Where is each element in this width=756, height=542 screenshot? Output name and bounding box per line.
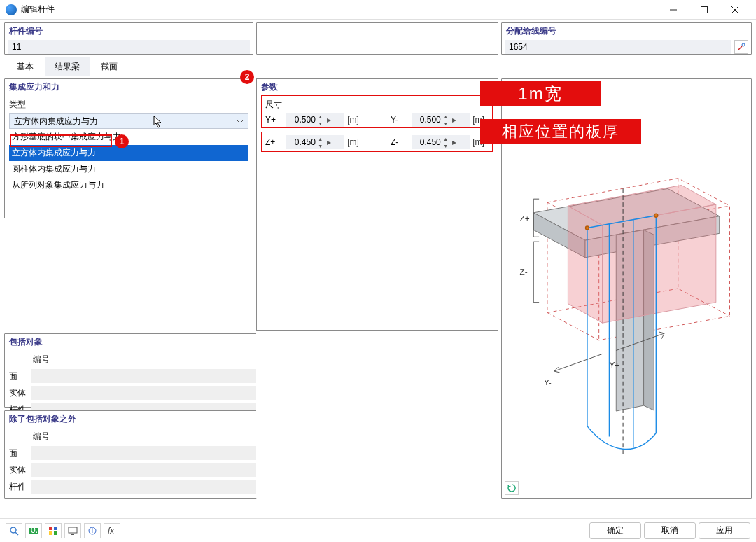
svg-rect-1 bbox=[701, 6, 708, 13]
number-spinner[interactable]: ▲▼ ▸ bbox=[286, 113, 344, 127]
svg-text:Y+: Y+ bbox=[609, 360, 620, 370]
list-item[interactable]: 圆柱体内集成应力与力 bbox=[9, 161, 248, 177]
pick-value-icon[interactable]: ▸ bbox=[324, 115, 334, 125]
param-label: Z+ bbox=[265, 137, 284, 147]
tool-display-button[interactable] bbox=[64, 523, 81, 538]
param-block-size: 尺寸 Y+ ▲▼ ▸ [m] Y- ▲▼ ▸ [m] bbox=[261, 95, 493, 128]
middle-top-panel bbox=[256, 22, 498, 55]
minimize-button[interactable] bbox=[658, 0, 689, 20]
cancel-button[interactable]: 取消 bbox=[644, 522, 696, 539]
svg-point-38 bbox=[10, 527, 16, 533]
parameters-panel: 参数 尺寸 Y+ ▲▼ ▸ [m] Y- ▲▼ ▸ [m] Z+ ▲▼ ▸ [m… bbox=[256, 78, 498, 499]
spinner-input[interactable] bbox=[286, 137, 317, 148]
annotation-badge-1: 1 bbox=[115, 134, 129, 148]
number-spinner[interactable]: ▲▼ ▸ bbox=[412, 135, 470, 149]
close-button[interactable] bbox=[720, 0, 750, 20]
parameters-header: 参数 bbox=[257, 79, 498, 93]
pick-line-button[interactable] bbox=[734, 40, 748, 54]
tool-info-button[interactable]: i bbox=[84, 523, 101, 538]
svg-text:Y-: Y- bbox=[544, 377, 552, 387]
type-label: 类型 bbox=[5, 96, 253, 112]
svg-text:0.00: 0.00 bbox=[31, 526, 38, 535]
spin-down-icon[interactable]: ▼ bbox=[317, 142, 324, 149]
param-label: Z- bbox=[391, 137, 409, 147]
tab-section[interactable]: 截面 bbox=[91, 57, 127, 76]
spin-down-icon[interactable]: ▼ bbox=[317, 120, 324, 127]
type-dropdown[interactable]: 立方体内集成应力与力 bbox=[9, 113, 248, 129]
spin-up-icon[interactable]: ▲ bbox=[442, 113, 449, 120]
annotation-1m-width: 1m宽 bbox=[480, 81, 601, 106]
svg-rect-43 bbox=[54, 527, 57, 530]
type-options-list: 方形基底的块中集成应力与力 立方体内集成应力与力 圆柱体内集成应力与力 从所列对… bbox=[9, 129, 248, 193]
tool-colors-button[interactable] bbox=[45, 523, 62, 538]
integrate-panel: 集成应力和力 类型 立方体内集成应力与力 方形基底的块中集成应力与力 立方体内集… bbox=[4, 78, 253, 218]
annotation-thickness: 相应位置的板厚 bbox=[480, 119, 641, 144]
tool-fx-button[interactable]: fx bbox=[104, 523, 120, 538]
param-block-z: Z+ ▲▼ ▸ [m] Z- ▲▼ ▸ [m] bbox=[261, 132, 493, 152]
number-spinner[interactable]: ▲▼ ▸ bbox=[286, 135, 344, 149]
spinner-input[interactable] bbox=[412, 137, 442, 148]
row-label: 实体 bbox=[9, 387, 31, 399]
row-label: 实体 bbox=[9, 464, 31, 476]
spin-up-icon[interactable]: ▲ bbox=[317, 135, 324, 142]
svg-rect-46 bbox=[69, 527, 77, 533]
tool-units-button[interactable]: 0.00 bbox=[25, 523, 42, 538]
list-item[interactable]: 立方体内集成应力与力 bbox=[9, 145, 248, 161]
tool-lens-button[interactable] bbox=[6, 523, 22, 538]
list-item[interactable]: 从所列对象集成应力与力 bbox=[9, 177, 248, 193]
apply-button[interactable]: 应用 bbox=[699, 522, 750, 539]
unit-label: [m] bbox=[347, 115, 364, 125]
window-title: 编辑杆件 bbox=[21, 4, 55, 15]
param-label: Y+ bbox=[265, 115, 284, 125]
row-label: 面 bbox=[9, 370, 31, 382]
spin-down-icon[interactable]: ▼ bbox=[442, 142, 449, 149]
size-label: 尺寸 bbox=[265, 97, 489, 112]
member-number-header: 杆件编号 bbox=[5, 23, 253, 40]
svg-text:Z+: Z+ bbox=[520, 214, 530, 223]
member-number-panel: 杆件编号 bbox=[4, 22, 253, 55]
svg-rect-42 bbox=[49, 527, 52, 530]
assigned-line-panel: 分配给线编号 bbox=[501, 22, 752, 55]
svg-point-32 bbox=[654, 214, 658, 217]
param-row-y: Y+ ▲▼ ▸ [m] Y- ▲▼ ▸ [m] bbox=[265, 112, 489, 127]
type-dropdown-value: 立方体内集成应力与力 bbox=[14, 116, 98, 127]
maximize-button[interactable] bbox=[689, 0, 720, 20]
number-spinner[interactable]: ▲▼ ▸ bbox=[412, 113, 470, 127]
spin-up-icon[interactable]: ▲ bbox=[442, 135, 449, 142]
annotation-badge-2: 2 bbox=[240, 70, 254, 84]
row-label: 面 bbox=[9, 447, 31, 459]
unit-label: [m] bbox=[347, 137, 364, 147]
param-row-z: Z+ ▲▼ ▸ [m] Z- ▲▼ ▸ [m] bbox=[265, 134, 489, 150]
tab-result-beam[interactable]: 结果梁 bbox=[45, 57, 90, 76]
param-label: Y- bbox=[391, 115, 409, 125]
chevron-down-icon bbox=[237, 118, 244, 127]
svg-text:Z-: Z- bbox=[520, 267, 528, 277]
refresh-preview-button[interactable] bbox=[505, 481, 519, 495]
spinner-input[interactable] bbox=[412, 114, 442, 125]
svg-rect-45 bbox=[54, 531, 57, 535]
spin-up-icon[interactable]: ▲ bbox=[317, 113, 324, 120]
tab-basic[interactable]: 基本 bbox=[7, 57, 43, 76]
svg-point-4 bbox=[742, 43, 745, 46]
spin-down-icon[interactable]: ▼ bbox=[442, 120, 449, 127]
pick-value-icon[interactable]: ▸ bbox=[324, 137, 334, 147]
ok-button[interactable]: 确定 bbox=[589, 522, 641, 539]
svg-marker-30 bbox=[568, 206, 602, 323]
spinner-input[interactable] bbox=[286, 114, 317, 125]
row-label: 杆件 bbox=[9, 481, 31, 493]
assigned-line-header: 分配给线编号 bbox=[502, 23, 751, 40]
pick-value-icon[interactable]: ▸ bbox=[449, 137, 459, 147]
svg-point-31 bbox=[585, 226, 589, 230]
integrate-header: 集成应力和力 bbox=[5, 79, 253, 96]
pick-value-icon[interactable]: ▸ bbox=[449, 115, 459, 125]
assigned-line-input[interactable] bbox=[505, 40, 732, 54]
svg-line-39 bbox=[15, 532, 18, 535]
member-number-input[interactable] bbox=[8, 40, 250, 54]
list-item[interactable]: 方形基底的块中集成应力与力 bbox=[9, 129, 248, 145]
svg-text:fx: fx bbox=[108, 526, 115, 536]
app-icon bbox=[6, 4, 17, 15]
title-bar: 编辑杆件 bbox=[0, 0, 756, 20]
mouse-cursor-icon bbox=[153, 116, 164, 130]
footer-bar: 0.00 i fx 确定 取消 应用 bbox=[0, 518, 756, 542]
svg-rect-44 bbox=[49, 531, 52, 535]
